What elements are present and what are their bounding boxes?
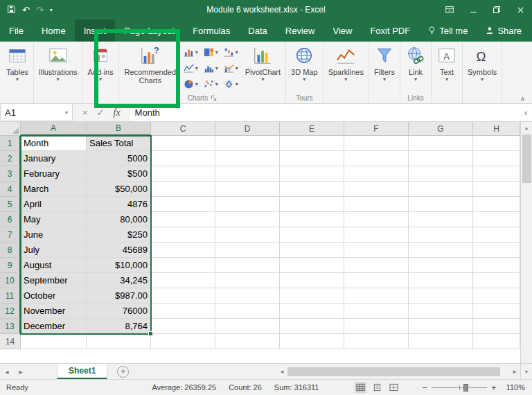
- cell-F10[interactable]: [344, 273, 409, 288]
- vertical-scroll-thumb[interactable]: [522, 134, 531, 183]
- cell-G1[interactable]: [409, 136, 473, 151]
- cell-C9[interactable]: [151, 258, 215, 273]
- zoom-slider-thumb[interactable]: [463, 384, 468, 392]
- cell-F5[interactable]: [344, 197, 409, 212]
- column-header-D[interactable]: D: [215, 122, 280, 136]
- cell-C7[interactable]: [151, 227, 215, 243]
- horizontal-scrollbar[interactable]: ◂ ▸: [276, 364, 520, 379]
- tables-button[interactable]: Tables ▾: [3, 42, 32, 92]
- ribbon-display-options-button[interactable]: [438, 0, 461, 19]
- column-header-F[interactable]: F: [344, 122, 409, 136]
- cell-E12[interactable]: [280, 304, 344, 319]
- minimize-button[interactable]: [461, 0, 485, 19]
- cell-A11[interactable]: October: [21, 288, 87, 304]
- row-header-12[interactable]: 12: [0, 304, 21, 319]
- cell-B14[interactable]: [87, 334, 151, 349]
- column-header-H[interactable]: H: [473, 122, 520, 136]
- cell-B1[interactable]: Sales Total: [87, 136, 151, 151]
- cell-H13[interactable]: [473, 319, 520, 334]
- cell-H9[interactable]: [473, 258, 520, 273]
- customize-quick-access-icon[interactable]: ▾: [50, 7, 53, 13]
- cell-A3[interactable]: February: [21, 166, 87, 182]
- cell-C3[interactable]: [151, 166, 215, 182]
- scroll-up-icon[interactable]: ▴: [521, 122, 532, 134]
- scroll-left-icon[interactable]: ◂: [276, 368, 287, 375]
- cell-F7[interactable]: [344, 227, 409, 243]
- cell-E10[interactable]: [280, 273, 344, 288]
- share-button[interactable]: Share: [477, 19, 531, 42]
- cell-E2[interactable]: [280, 151, 344, 166]
- row-header-11[interactable]: 11: [0, 288, 21, 304]
- charts-dialog-launcher-icon[interactable]: [211, 95, 217, 101]
- cell-G11[interactable]: [409, 288, 473, 304]
- redo-button[interactable]: ↷: [36, 6, 44, 15]
- tab-foxit-pdf[interactable]: Foxit PDF: [361, 19, 419, 42]
- cell-B5[interactable]: 4876: [87, 197, 151, 212]
- cell-H1[interactable]: [473, 136, 520, 151]
- zoom-out-button[interactable]: −: [418, 383, 432, 393]
- collapse-ribbon-icon[interactable]: ∧: [520, 95, 525, 103]
- normal-view-button[interactable]: [355, 382, 366, 393]
- cell-G10[interactable]: [409, 273, 473, 288]
- name-box[interactable]: A1 ▾: [0, 104, 73, 121]
- formula-input[interactable]: Month: [129, 104, 520, 121]
- cell-G7[interactable]: [409, 227, 473, 243]
- page-layout-view-button[interactable]: [371, 382, 383, 393]
- scroll-right-icon[interactable]: ▸: [509, 368, 520, 375]
- cell-G4[interactable]: [409, 182, 473, 197]
- tab-file[interactable]: File: [0, 19, 33, 42]
- cell-G8[interactable]: [409, 243, 473, 258]
- expand-formula-bar-icon[interactable]: ∨: [520, 104, 532, 121]
- tab-insert[interactable]: Insert: [75, 19, 116, 42]
- cell-D12[interactable]: [215, 304, 280, 319]
- tab-page-layout[interactable]: Page Layout: [115, 19, 184, 42]
- select-all-corner[interactable]: [0, 122, 21, 136]
- cell-C12[interactable]: [151, 304, 215, 319]
- cell-D13[interactable]: [215, 319, 280, 334]
- cell-F6[interactable]: [344, 212, 409, 227]
- insert-scatter-chart-button[interactable]: ▾: [201, 76, 221, 92]
- sheet-nav-left-icon[interactable]: ◂: [0, 364, 14, 379]
- cell-A4[interactable]: March: [21, 182, 87, 197]
- row-header-10[interactable]: 10: [0, 273, 21, 288]
- cell-E3[interactable]: [280, 166, 344, 182]
- cell-G2[interactable]: [409, 151, 473, 166]
- cell-A5[interactable]: April: [21, 197, 87, 212]
- cell-A14[interactable]: [21, 334, 87, 349]
- cell-F3[interactable]: [344, 166, 409, 182]
- insert-statistic-chart-button[interactable]: ▾: [201, 60, 221, 76]
- cell-H6[interactable]: [473, 212, 520, 227]
- row-header-4[interactable]: 4: [0, 182, 21, 197]
- zoom-slider[interactable]: [432, 383, 487, 393]
- column-header-B[interactable]: B: [87, 122, 151, 136]
- cell-A10[interactable]: September: [21, 273, 87, 288]
- column-header-E[interactable]: E: [280, 122, 344, 136]
- row-header-2[interactable]: 2: [0, 151, 21, 166]
- cell-H10[interactable]: [473, 273, 520, 288]
- cell-G13[interactable]: [409, 319, 473, 334]
- column-header-G[interactable]: G: [409, 122, 473, 136]
- cell-F13[interactable]: [344, 319, 409, 334]
- cell-D3[interactable]: [215, 166, 280, 182]
- cell-D7[interactable]: [215, 227, 280, 243]
- insert-waterfall-chart-button[interactable]: ▾: [221, 44, 241, 60]
- insert-pie-chart-button[interactable]: ▾: [181, 76, 201, 92]
- cell-B8[interactable]: 45689: [87, 243, 151, 258]
- cell-D10[interactable]: [215, 273, 280, 288]
- cell-E13[interactable]: [280, 319, 344, 334]
- tab-data[interactable]: Data: [239, 19, 276, 42]
- cell-C13[interactable]: [151, 319, 215, 334]
- cell-E4[interactable]: [280, 182, 344, 197]
- save-button[interactable]: [7, 5, 16, 15]
- cell-C6[interactable]: [151, 212, 215, 227]
- cell-H2[interactable]: [473, 151, 520, 166]
- cell-F1[interactable]: [344, 136, 409, 151]
- sheet-nav-right-icon[interactable]: ▸: [14, 364, 28, 379]
- cell-B12[interactable]: 76000: [87, 304, 151, 319]
- row-header-9[interactable]: 9: [0, 258, 21, 273]
- add-ins-button[interactable]: Add-ins ▾: [84, 42, 116, 92]
- cell-A9[interactable]: August: [21, 258, 87, 273]
- tab-view[interactable]: View: [323, 19, 361, 42]
- column-header-C[interactable]: C: [151, 122, 215, 136]
- illustrations-button[interactable]: Illustrations ▾: [35, 42, 81, 92]
